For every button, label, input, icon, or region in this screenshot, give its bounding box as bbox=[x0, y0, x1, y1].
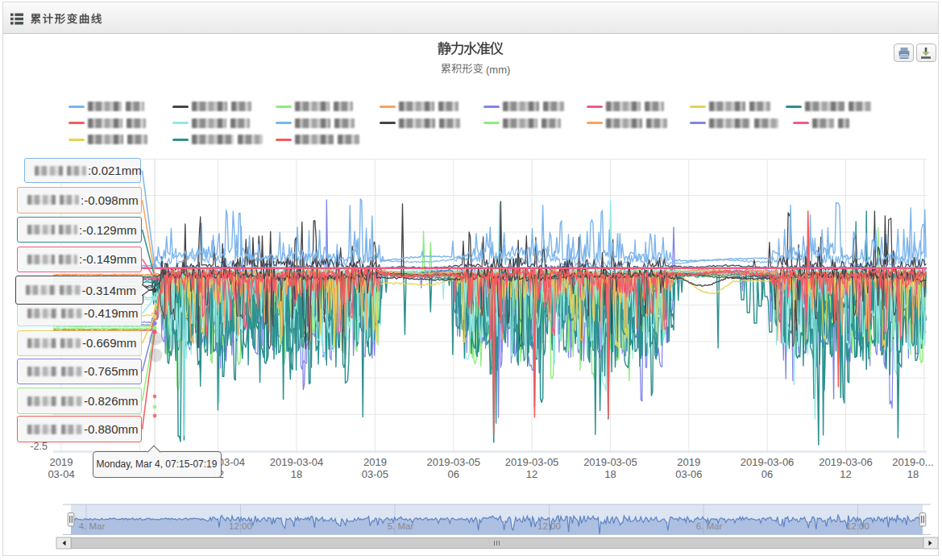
svg-text:2019: 2019 bbox=[50, 456, 73, 468]
svg-text:2019-03-06: 2019-03-06 bbox=[819, 456, 873, 468]
svg-text:18: 18 bbox=[907, 468, 919, 480]
svg-text:6. Mar: 6. Mar bbox=[696, 521, 723, 531]
svg-text:2019-03-05: 2019-03-05 bbox=[427, 456, 481, 468]
svg-text:2019-0...: 2019-0... bbox=[892, 456, 933, 468]
svg-text:12: 12 bbox=[840, 468, 851, 480]
svg-text:-2.5: -2.5 bbox=[30, 441, 48, 452]
svg-text:2019-03-06: 2019-03-06 bbox=[741, 456, 795, 468]
svg-text:12: 12 bbox=[526, 468, 537, 480]
svg-text:06: 06 bbox=[761, 468, 773, 480]
svg-text:2019-03-05: 2019-03-05 bbox=[505, 456, 559, 468]
svg-text:03-05: 03-05 bbox=[362, 468, 388, 480]
svg-text:18: 18 bbox=[291, 468, 302, 480]
svg-text:2019-03-04: 2019-03-04 bbox=[270, 456, 324, 468]
svg-text:03-04: 03-04 bbox=[48, 468, 74, 480]
svg-text:4. Mar: 4. Mar bbox=[79, 521, 106, 531]
svg-text:18: 18 bbox=[604, 468, 616, 480]
svg-text:12:00: 12:00 bbox=[846, 521, 869, 531]
svg-text:12:00: 12:00 bbox=[537, 521, 561, 531]
svg-text:06: 06 bbox=[448, 468, 459, 480]
svg-text:12:00: 12:00 bbox=[229, 521, 252, 531]
svg-text:5. Mar: 5. Mar bbox=[388, 521, 414, 531]
svg-text:2019: 2019 bbox=[363, 456, 387, 468]
svg-text:03-06: 03-06 bbox=[675, 468, 702, 480]
svg-text:(mm): (mm) bbox=[486, 64, 510, 76]
svg-text:2019: 2019 bbox=[677, 456, 700, 468]
svg-text:2019-03-05: 2019-03-05 bbox=[583, 456, 637, 468]
